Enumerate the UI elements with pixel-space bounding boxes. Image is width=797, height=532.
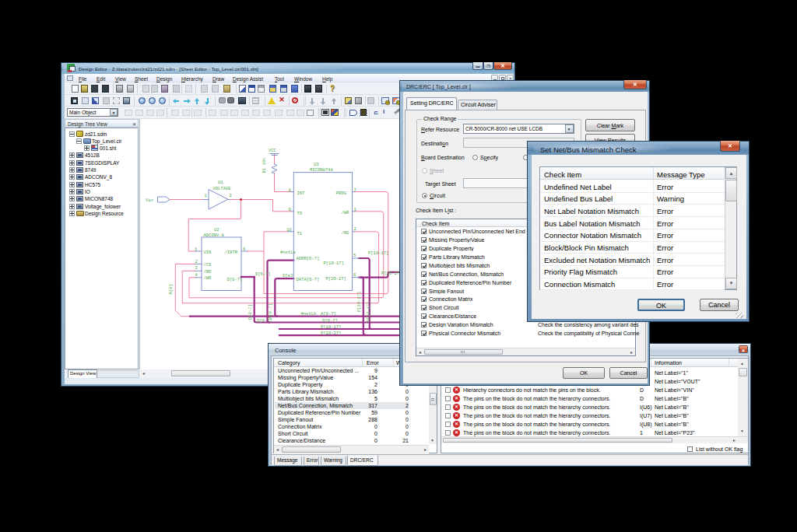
svg-text:P[1O-17]: P[1O-17] [324, 261, 344, 266]
svg-text:/INTR: /INTR [225, 250, 238, 255]
svg-text:P[20-27]: P[20-27] [321, 331, 341, 336]
svg-text:A[0]: A[0] [168, 284, 174, 294]
svg-text:/CS: /CS [204, 262, 212, 268]
svg-text:P[20-27]: P[20-27] [356, 292, 362, 312]
svg-text:/WR: /WR [342, 210, 350, 215]
svg-text:D[0-7]: D[0-7] [248, 304, 253, 320]
svg-text:INT: INT [297, 191, 306, 196]
svg-text:#netLa: #netLa [280, 250, 297, 255]
svg-text:A[0-7]: A[0-7] [268, 303, 273, 319]
svg-text:/RD: /RD [204, 269, 212, 275]
svg-text:3: 3 [195, 265, 198, 271]
svg-text:T1: T1 [297, 231, 303, 236]
svg-text:U2: U2 [214, 227, 219, 233]
svg-text:P[10-17]: P[10-17] [368, 250, 388, 256]
svg-text:P[10-17]: P[10-17] [366, 302, 371, 322]
svg-text:P[2O-27]: P[2O-27] [326, 276, 346, 282]
svg-text:D[0-7]: D[0-7] [322, 318, 338, 324]
svg-text:TO: TO [297, 211, 303, 216]
svg-text:#netLb: #netLb [301, 311, 317, 317]
svg-text:1: 1 [205, 193, 208, 198]
svg-text:4: 4 [195, 272, 198, 278]
svg-text:VOLTAGE: VOLTAGE [213, 186, 232, 191]
svg-text:/WR: /WR [204, 275, 212, 281]
svg-text:VIN: VIN [204, 250, 212, 255]
svg-text:Vin: Vin [146, 198, 153, 203]
svg-text:10: 10 [286, 227, 292, 233]
svg-text:D[0-7]: D[0-7] [227, 277, 243, 282]
svg-text:6: 6 [353, 272, 356, 278]
svg-text:MICON8748: MICON8748 [310, 167, 333, 173]
svg-text:DATA[O-7]: DATA[O-7] [297, 277, 320, 282]
svg-text:9: 9 [289, 207, 291, 212]
svg-text:2: 2 [230, 193, 232, 198]
svg-text:1: 1 [195, 247, 198, 252]
svg-text:5: 5 [353, 253, 356, 258]
svg-text:/RD: /RD [342, 230, 350, 236]
svg-text:VCC: VCC [269, 148, 277, 153]
svg-text:2: 2 [195, 259, 198, 264]
svg-text:ADCONV-8: ADCONV-8 [204, 233, 224, 238]
svg-text:R1 10k: R1 10k [262, 157, 267, 173]
svg-text:8: 8 [289, 187, 291, 193]
svg-text:2: 2 [354, 226, 356, 232]
svg-text:D[6-7]: D[6-7] [255, 271, 271, 277]
svg-text:P[10-17]: P[10-17] [321, 324, 341, 330]
svg-text:6: 6 [243, 247, 245, 252]
svg-text:ADRR[O-7]: ADRR[O-7] [297, 256, 320, 261]
svg-text:PROG: PROG [336, 191, 346, 196]
svg-text:A[0-7]: A[0-7] [321, 311, 336, 317]
svg-text:U1: U1 [218, 180, 223, 185]
svg-text:D[a3: D[a3 [283, 273, 293, 278]
svg-text:7: 7 [354, 187, 356, 193]
svg-text:U3: U3 [314, 162, 319, 167]
